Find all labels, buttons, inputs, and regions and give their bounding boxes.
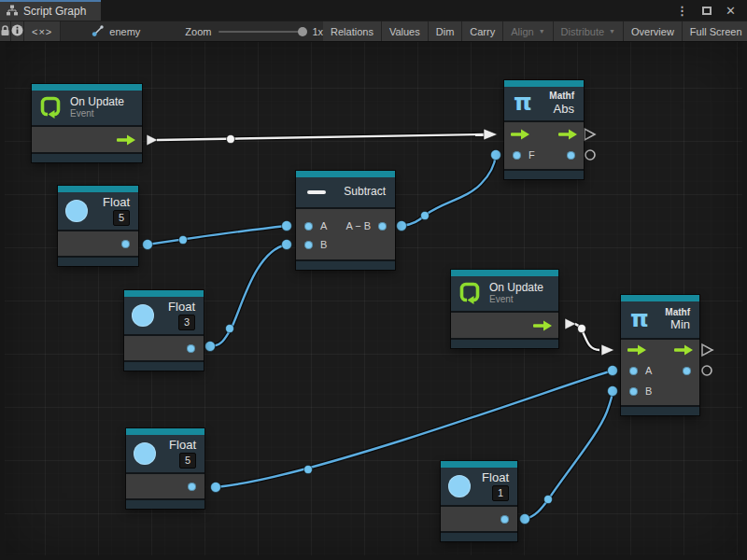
dropdown-caret-icon: ▼ xyxy=(539,28,545,35)
exec-output-port[interactable] xyxy=(674,344,693,356)
node-accent-bar xyxy=(296,171,395,177)
info-button[interactable] xyxy=(11,21,24,41)
carry-button[interactable]: Carry xyxy=(462,21,503,41)
event-loop-icon xyxy=(38,94,63,122)
node-float-1[interactable]: Float 1 xyxy=(441,461,517,541)
dim-button[interactable]: Dim xyxy=(429,21,463,41)
node-footer xyxy=(126,500,204,509)
input-port-a[interactable] xyxy=(629,367,638,375)
zoom-control: Zoom 1x xyxy=(185,21,323,41)
graph-asset-icon xyxy=(91,24,104,39)
float-icon xyxy=(448,475,471,497)
port-label: F xyxy=(529,149,535,161)
dropdown-caret-icon: ▼ xyxy=(609,28,615,35)
node-footer xyxy=(441,533,517,541)
pi-icon: π xyxy=(630,307,649,330)
input-port-f[interactable] xyxy=(513,151,521,160)
node-title: Float xyxy=(103,196,130,210)
wire-float5bottom-minA[interactable] xyxy=(211,366,618,493)
node-footer xyxy=(32,154,142,162)
window-menu-icon[interactable]: ⋮ xyxy=(676,4,688,18)
node-accent-bar xyxy=(504,80,584,87)
node-float-5-top[interactable]: Float 5 xyxy=(58,186,138,266)
node-accent-bar xyxy=(32,84,142,91)
abs-value-out-indicator-circle xyxy=(585,150,595,160)
value-output-port[interactable] xyxy=(500,515,509,524)
node-title: Abs xyxy=(554,103,574,117)
zoom-value-label: 1x xyxy=(312,26,323,37)
exec-output-port[interactable] xyxy=(533,320,552,331)
node-float-5-bottom[interactable]: Float 5 xyxy=(126,428,204,509)
node-footer xyxy=(296,261,395,270)
node-float-3[interactable]: Float 3 xyxy=(124,290,204,371)
node-subtract[interactable]: Subtract A A − B B xyxy=(296,171,395,270)
maximize-icon[interactable] xyxy=(702,7,712,15)
input-port-b[interactable] xyxy=(304,241,313,249)
min-value-out-indicator-circle xyxy=(702,366,712,375)
port-label: B xyxy=(320,239,327,250)
value-output-port[interactable] xyxy=(188,483,196,491)
distribute-dropdown[interactable]: Distribute▼ xyxy=(554,21,624,41)
event-loop-icon xyxy=(458,280,482,308)
node-title: Float xyxy=(169,439,196,453)
relations-button[interactable]: Relations xyxy=(323,21,382,41)
float-value-input[interactable]: 3 xyxy=(178,315,195,330)
exec-input-port[interactable] xyxy=(511,129,529,140)
subtract-minus-icon xyxy=(307,190,326,194)
lock-button[interactable] xyxy=(0,21,11,41)
node-title: Float xyxy=(168,301,195,315)
graph-name-label: enemy xyxy=(109,26,140,37)
node-footer xyxy=(504,171,584,179)
tab-script-graph[interactable]: Script Graph xyxy=(0,0,101,21)
input-port-b[interactable] xyxy=(629,387,638,396)
float-value-input[interactable]: 1 xyxy=(492,485,509,501)
graph-toolbar: <×> enemy Zoom 1x Relations Values Dim xyxy=(0,21,747,41)
wire-float5top-subtractA[interactable] xyxy=(143,221,292,250)
port-label: B xyxy=(645,385,652,397)
node-mathf-min[interactable]: π Mathf Min A xyxy=(621,295,699,415)
port-label: A xyxy=(320,220,327,231)
value-output-port[interactable] xyxy=(187,344,195,353)
node-subtitle: Event xyxy=(70,108,124,119)
node-footer xyxy=(621,407,699,415)
output-port-result[interactable] xyxy=(378,222,387,231)
overview-button[interactable]: Overview xyxy=(624,21,683,41)
graph-reference-button[interactable]: enemy xyxy=(85,21,146,41)
float-icon xyxy=(65,200,88,222)
exec-output-port[interactable] xyxy=(117,134,135,146)
graph-hierarchy-icon xyxy=(7,5,18,19)
close-icon[interactable]: ✕ xyxy=(726,4,736,18)
float-icon xyxy=(134,442,156,465)
code-icon: <×> xyxy=(32,26,52,37)
wire-exec-onupdate2-min[interactable] xyxy=(565,318,614,356)
node-on-update-1[interactable]: On Update Event xyxy=(32,84,142,162)
node-mathf-abs[interactable]: π Mathf Abs F xyxy=(504,80,584,179)
input-port-a[interactable] xyxy=(304,222,313,231)
float-value-input[interactable]: 5 xyxy=(113,210,130,226)
node-on-update-2[interactable]: On Update Event xyxy=(451,270,558,348)
align-dropdown[interactable]: Align▼ xyxy=(503,21,553,41)
wire-subtract-absF[interactable] xyxy=(397,150,501,231)
min-exec-out-indicator-triangle xyxy=(702,344,712,356)
wire-float3-subtractB[interactable] xyxy=(205,240,292,352)
tab-bar: Script Graph ⋮ ✕ xyxy=(0,0,747,21)
canvas-edge xyxy=(742,42,747,560)
wire-exec-onupdate1-abs[interactable] xyxy=(147,129,498,146)
exec-output-port[interactable] xyxy=(558,129,577,140)
wire-float1-minB[interactable] xyxy=(520,386,618,525)
edit-code-button[interactable]: <×> xyxy=(24,21,61,41)
node-title: Subtract xyxy=(344,186,386,199)
graph-canvas[interactable]: On Update Event Float 5 xyxy=(0,41,747,560)
zoom-slider-handle[interactable] xyxy=(298,27,307,36)
node-accent-bar xyxy=(441,461,517,468)
value-output-port[interactable] xyxy=(683,367,691,375)
zoom-slider[interactable] xyxy=(218,31,304,33)
value-output-port[interactable] xyxy=(121,240,130,248)
float-value-input[interactable]: 5 xyxy=(179,453,196,469)
value-output-port[interactable] xyxy=(567,151,575,160)
values-button[interactable]: Values xyxy=(382,21,429,41)
exec-input-port[interactable] xyxy=(627,344,646,356)
zoom-label: Zoom xyxy=(185,26,211,37)
full-screen-button[interactable]: Full Screen xyxy=(683,21,747,41)
node-title: Min xyxy=(670,318,690,332)
